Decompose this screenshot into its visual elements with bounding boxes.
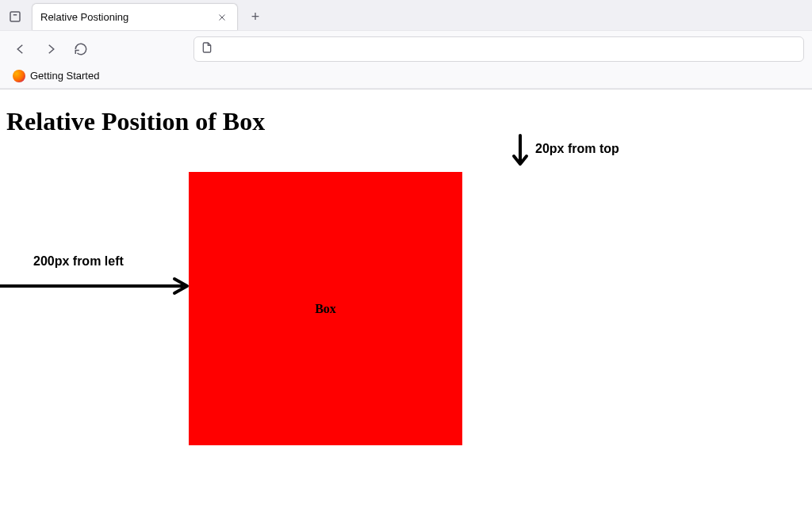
annotation-from-top: 20px from top	[535, 142, 619, 156]
bookmark-getting-started[interactable]: Getting Started	[8, 68, 104, 84]
arrow-right-icon	[0, 277, 190, 299]
bookmarks-bar: Getting Started	[0, 67, 812, 89]
forward-button[interactable]	[38, 36, 63, 62]
toolbar	[0, 30, 812, 67]
close-icon[interactable]	[215, 10, 229, 25]
back-button[interactable]	[8, 36, 33, 62]
browser-tab[interactable]: Relative Postioning	[32, 3, 238, 30]
box-label: Box	[315, 302, 336, 316]
url-input[interactable]	[220, 43, 797, 55]
tab-strip: Relative Postioning +	[0, 0, 812, 30]
page-icon	[201, 41, 213, 57]
page-title: Relative Position of Box	[6, 107, 812, 136]
demo-box: Box	[189, 172, 462, 445]
new-tab-button[interactable]: +	[244, 6, 266, 28]
recent-tabs-icon[interactable]	[5, 6, 25, 27]
tab-title: Relative Postioning	[40, 11, 209, 23]
page-viewport: Relative Position of Box Box 20px from t…	[0, 90, 812, 515]
arrow-down-icon	[511, 134, 530, 170]
svg-rect-0	[10, 12, 20, 21]
url-bar[interactable]	[193, 36, 804, 62]
reload-button[interactable]	[68, 36, 94, 62]
bookmark-label: Getting Started	[30, 70, 99, 82]
browser-chrome: Relative Postioning +	[0, 0, 812, 90]
firefox-icon	[13, 70, 25, 82]
annotation-from-left: 200px from left	[33, 254, 124, 269]
